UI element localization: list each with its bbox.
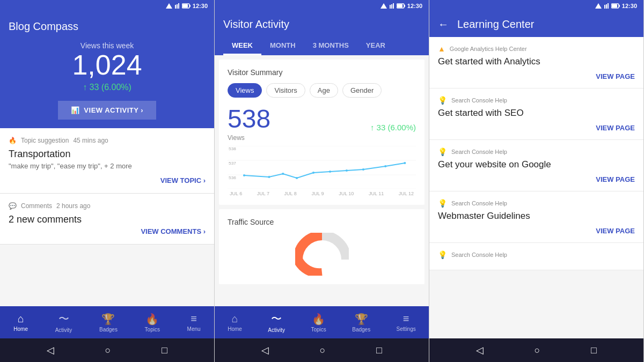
status-time-2: 12:30 [407, 3, 422, 9]
topics-icon-1: 🔥 [145, 313, 159, 326]
view-activity-button[interactable]: 📊 VIEW ACTIVITY › [58, 101, 156, 120]
learning-item-webmaster: 💡 Search Console Help Webmaster Guidelin… [429, 191, 643, 243]
views-change: ↑ 33 (6.00%) [9, 83, 206, 92]
tab-badges-label-2: Badges [352, 327, 370, 333]
tab-badges-label-1: Badges [99, 327, 118, 333]
tab-year[interactable]: YEAR [357, 37, 394, 55]
view-page-link-2[interactable]: VIEW PAGE [438, 124, 635, 132]
tab-badges-2[interactable]: 🏆 Badges [352, 313, 370, 333]
view-comments-link[interactable]: VIEW COMMENTS › [9, 227, 206, 235]
learning-item-google: 💡 Search Console Help Get your website o… [429, 140, 643, 191]
learning-source-4: Search Console Help [451, 200, 507, 206]
learning-source-1: Google Analytics Help Center [450, 46, 527, 52]
tab-week[interactable]: WEEK [223, 37, 261, 55]
status-bar-1: 12:30 [0, 0, 214, 12]
activity-icon-1: 〜 [58, 312, 69, 326]
svg-point-27 [346, 169, 348, 172]
svg-rect-36 [619, 5, 620, 7]
phone2-content: Visitor Summary Views Visitors Age Gende… [215, 55, 429, 306]
tab-menu-1[interactable]: ≡ Menu [187, 313, 201, 332]
comments-card-meta: 💬 Comments 2 hours ago [9, 202, 206, 210]
status-time-3: 12:30 [622, 3, 637, 9]
pill-gender[interactable]: Gender [342, 83, 382, 98]
recent-nav-3[interactable]: □ [591, 345, 597, 356]
comments-time: 2 hours ago [56, 202, 90, 210]
search-console-icon-4: 💡 [438, 199, 447, 208]
home-nav-1[interactable]: ○ [105, 345, 111, 356]
svg-point-28 [362, 168, 364, 171]
chart-x-labels: JUL 6 JUL 7 JUL 8 JUL 9 JUL 10 JUL 11 JU… [228, 191, 416, 196]
phone3-header: ← Learning Center [429, 12, 643, 37]
svg-rect-37 [612, 4, 617, 8]
pill-visitors[interactable]: Visitors [266, 83, 305, 98]
svg-text:537: 537 [229, 161, 236, 166]
learning-item-5: 💡 Search Console Help [429, 243, 643, 270]
learning-title-1: Get started with Analytics [438, 56, 635, 67]
tab-home-2[interactable]: ⌂ Home [228, 313, 242, 332]
back-button-3[interactable]: ← [438, 18, 449, 31]
home-nav-3[interactable]: ○ [535, 345, 540, 356]
topic-subtitle: "make my trip", "ease my trip", + 2 more [9, 162, 206, 170]
home-nav-2[interactable]: ○ [320, 345, 326, 356]
learning-meta-5: 💡 Search Console Help [438, 250, 635, 259]
recent-nav-1[interactable]: □ [162, 345, 167, 356]
tab-menu-label-1: Menu [187, 326, 201, 332]
bar-chart-icon: 📊 [71, 106, 80, 114]
recent-nav-2[interactable]: □ [376, 345, 382, 356]
time-tabs: WEEK MONTH 3 MONTHS YEAR [223, 37, 420, 55]
svg-point-23 [282, 173, 284, 175]
pill-views[interactable]: Views [228, 83, 262, 98]
back-nav-2[interactable]: ◁ [261, 344, 269, 356]
badges-icon-2: 🏆 [355, 313, 368, 326]
tab-activity-2[interactable]: 〜 Activity [268, 312, 285, 333]
status-icons-2 [380, 3, 405, 9]
tab-topics-2[interactable]: 🔥 Topics [311, 313, 326, 333]
traffic-source-title: Traffic Source [228, 218, 416, 226]
topics-icon-2: 🔥 [312, 313, 325, 326]
view-page-link-3[interactable]: VIEW PAGE [438, 175, 635, 183]
tab-activity-1[interactable]: 〜 Activity [55, 312, 72, 333]
tab-bar-1: ⌂ Home 〜 Activity 🏆 Badges 🔥 Topics ≡ Me… [0, 306, 214, 338]
nav-bar-1: ◁ ○ □ [0, 338, 214, 362]
tab-settings-2[interactable]: ≡ Settings [397, 313, 416, 332]
status-icons-1 [166, 3, 191, 9]
svg-rect-8 [390, 5, 391, 9]
svg-marker-7 [380, 3, 387, 9]
pill-age[interactable]: Age [310, 83, 338, 98]
learning-meta-1: ▲ Google Analytics Help Center [438, 45, 635, 53]
search-console-icon-5: 💡 [438, 250, 447, 259]
learning-source-2: Search Console Help [451, 97, 507, 104]
view-topic-link[interactable]: VIEW TOPIC › [9, 176, 206, 184]
summary-title: Visitor Summary [228, 68, 416, 77]
svg-point-29 [384, 165, 386, 167]
comments-card: 💬 Comments 2 hours ago 2 new comments VI… [0, 194, 214, 245]
learning-source-5: Search Console Help [451, 252, 507, 258]
svg-point-30 [404, 162, 406, 164]
tab-settings-label-2: Settings [397, 326, 416, 332]
view-page-link-4[interactable]: VIEW PAGE [438, 227, 635, 235]
phone3-learning-center: 12:30 ← Learning Center ▲ Google Analyti… [429, 0, 644, 362]
svg-rect-5 [189, 5, 191, 7]
back-nav-1[interactable]: ◁ [47, 344, 54, 356]
svg-point-21 [243, 174, 245, 176]
tab-home-1[interactable]: ⌂ Home [13, 313, 28, 332]
tab-month[interactable]: MONTH [261, 37, 304, 55]
metric-label: Views [228, 134, 416, 142]
learning-item-analytics: ▲ Google Analytics Help Center Get start… [429, 37, 643, 88]
nav-bar-2: ◁ ○ □ [215, 338, 429, 362]
tab-topics-1[interactable]: 🔥 Topics [145, 313, 160, 333]
svg-rect-12 [404, 5, 405, 7]
tab-activity-label-2: Activity [268, 327, 285, 333]
learning-title-3: Get your website on Google [438, 159, 635, 170]
svg-text:536: 536 [229, 175, 236, 180]
back-nav-3[interactable]: ◁ [476, 344, 484, 356]
tab-badges-1[interactable]: 🏆 Badges [99, 313, 118, 333]
view-page-link-1[interactable]: VIEW PAGE [438, 72, 635, 80]
svg-rect-34 [608, 3, 609, 9]
traffic-source-card: Traffic Source [219, 209, 425, 284]
phone1-content: 🔥 Topic suggestion 45 mins ago Transport… [0, 128, 214, 306]
phone2-visitor-activity: 12:30 Visitor Activity WEEK MONTH 3 MONT… [215, 0, 429, 362]
activity-icon-2: 〜 [271, 312, 282, 326]
topic-title: Transportation [9, 149, 206, 160]
tab-3months[interactable]: 3 MONTHS [304, 37, 357, 55]
